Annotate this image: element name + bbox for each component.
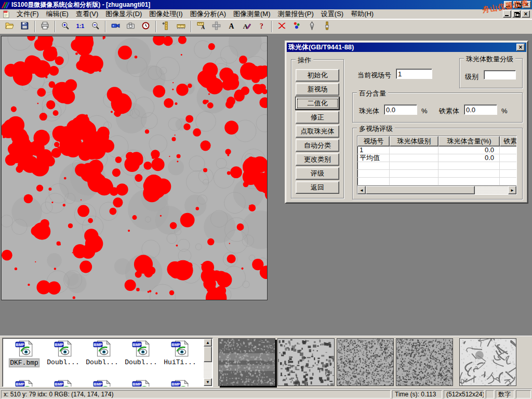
file-item[interactable]: BMPHuiTi... <box>161 340 200 366</box>
table-column-header[interactable]: 珠光体含量(%) <box>438 136 500 147</box>
menu-item[interactable]: 图像显示(D) <box>102 8 145 20</box>
dialog-button-返回[interactable]: 返回 <box>296 181 339 194</box>
table-cell <box>390 170 438 177</box>
table-cell <box>357 178 390 185</box>
dialog-title-bar[interactable]: 珠光体(GB/T9441-88) <box>287 43 526 52</box>
micrograph-thumbnail[interactable] <box>337 338 394 386</box>
scroll-right-icon[interactable]: ► <box>508 186 516 194</box>
toolbar-grid-button[interactable] <box>209 20 223 33</box>
dialog-button-评级[interactable]: 评级 <box>296 167 339 180</box>
file-name[interactable]: HuiTi... <box>163 358 196 366</box>
ferrite-percent-input[interactable] <box>464 104 497 115</box>
file-item[interactable]: BMP <box>122 380 161 387</box>
toolbar-phase-particles-button[interactable] <box>290 20 304 33</box>
table-horizontal-scrollbar[interactable]: ◄► <box>357 185 516 194</box>
toolbar-clock-button[interactable] <box>139 20 153 33</box>
file-item[interactable]: BMP <box>44 380 83 387</box>
restore-icon[interactable] <box>513 1 522 8</box>
file-name[interactable]: Doubl... <box>46 358 79 366</box>
dialog-button-二值化[interactable]: 二值化 <box>296 97 339 110</box>
table-column-header[interactable]: 珠光体级别 <box>390 136 438 147</box>
minimize-icon[interactable] <box>504 1 512 8</box>
table-column-header[interactable]: 视场号 <box>357 136 390 147</box>
scrollbar-thumb[interactable] <box>204 347 212 362</box>
file-item[interactable]: BMPDoubl... <box>83 340 122 366</box>
scroll-left-icon[interactable]: ◄ <box>357 186 366 194</box>
toolbar-zoom-in-button[interactable] <box>58 20 72 33</box>
toolbar-ruler-button[interactable] <box>174 20 188 33</box>
dialog-close-icon[interactable] <box>516 44 525 51</box>
menu-item[interactable]: 查看(V) <box>72 8 102 20</box>
table-row[interactable] <box>357 162 517 170</box>
micrograph-thumbnail[interactable] <box>459 338 516 386</box>
child-minimize-icon[interactable] <box>503 10 511 18</box>
menu-item[interactable]: 图像处理(I) <box>145 8 186 20</box>
micrograph-thumbnail[interactable] <box>396 338 453 386</box>
dialog-button-初始化[interactable]: 初始化 <box>296 69 339 82</box>
table-row[interactable] <box>357 178 517 185</box>
micrograph-thumbnail[interactable] <box>218 338 275 386</box>
toolbar-brush-button[interactable] <box>320 20 334 33</box>
table-row[interactable] <box>357 170 517 178</box>
dialog-button-修正[interactable]: 修正 <box>296 111 339 124</box>
toolbar-annotate-button[interactable]: A <box>240 20 254 33</box>
file-list-scrollbar[interactable]: ▲▼ <box>204 339 212 386</box>
scroll-up-icon[interactable]: ▲ <box>204 339 212 347</box>
scrollbar-thumb[interactable] <box>366 186 475 194</box>
grade-group-label: 珠光体数量分级 <box>464 55 515 64</box>
toolbar-camera-button[interactable] <box>124 20 138 33</box>
toolbar-print-button[interactable] <box>38 20 52 33</box>
file-item[interactable]: BMPDKF.bmp <box>5 340 44 367</box>
close-icon[interactable] <box>523 1 531 8</box>
file-item[interactable]: BMP <box>5 380 44 387</box>
menu-item[interactable]: 测量报告(P) <box>274 8 317 20</box>
table-cell: 1 <box>357 147 390 154</box>
menu-item[interactable]: 文件(F) <box>13 8 43 20</box>
dialog-button-更改类别[interactable]: 更改类别 <box>296 153 339 166</box>
menu-item[interactable]: 图像分析(A) <box>187 8 230 20</box>
file-name[interactable]: Doubl... <box>85 358 118 366</box>
child-restore-icon[interactable] <box>512 10 521 18</box>
toolbar-open-button[interactable] <box>3 20 17 33</box>
toolbar-caliper-button[interactable] <box>159 20 173 33</box>
dialog-button-点取珠光体[interactable]: 点取珠光体 <box>296 125 339 138</box>
table-cell: 0.0 <box>438 147 500 154</box>
file-name[interactable]: DKF.bmp <box>9 358 39 367</box>
menu-item[interactable]: 图像测量(M) <box>230 8 274 20</box>
svg-text:BMP: BMP <box>171 342 180 347</box>
toolbar-curve-tool-button[interactable] <box>275 20 289 33</box>
scroll-down-icon[interactable]: ▼ <box>204 378 212 386</box>
time-status: Time (s): 0.113 <box>392 390 442 398</box>
child-close-icon[interactable] <box>522 10 530 18</box>
menu-item[interactable]: 帮助(H) <box>347 8 377 20</box>
dialog-button-新视场[interactable]: 新视场 <box>296 83 339 96</box>
toolbar-zoom-out-button[interactable] <box>88 20 102 33</box>
file-name[interactable]: Doubl... <box>124 358 157 366</box>
grade-input[interactable] <box>484 70 516 79</box>
toolbar: 1:1AAA? <box>0 19 532 34</box>
scrollbar-track[interactable] <box>475 186 508 194</box>
file-item[interactable]: BMP <box>83 380 122 387</box>
toolbar-help-button[interactable]: ? <box>255 20 269 33</box>
toolbar-text-label-button[interactable]: A <box>224 20 238 33</box>
micrograph-thumbnail[interactable] <box>277 338 335 386</box>
toolbar-pen-button[interactable] <box>305 20 319 33</box>
table-row[interactable]: 平均值0.0 <box>357 154 517 162</box>
micrograph-image[interactable] <box>1 36 268 300</box>
toolbar-save-button[interactable] <box>18 20 32 33</box>
dialog-button-自动分类[interactable]: 自动分类 <box>296 139 339 152</box>
table-row[interactable]: 10.0 <box>357 147 517 154</box>
table-column-header[interactable]: 铁素体含量(%) <box>500 136 517 147</box>
menu-item[interactable]: 设置(S) <box>317 8 347 20</box>
toolbar-video-camera-button[interactable] <box>109 20 123 33</box>
toolbar-actual-size-button[interactable]: 1:1 <box>73 20 87 33</box>
file-list[interactable]: BMPDKF.bmpBMPDoubl...BMPDoubl...BMPDoubl… <box>2 338 213 387</box>
phase-particles-icon <box>292 21 301 32</box>
current-field-input[interactable] <box>396 69 432 79</box>
pearlite-percent-input[interactable] <box>384 104 417 115</box>
file-item[interactable]: BMP <box>161 380 200 387</box>
file-item[interactable]: BMPDoubl... <box>44 340 83 366</box>
toolbar-measure-scale-button[interactable]: A <box>194 20 208 33</box>
menu-item[interactable]: 编辑(E) <box>43 8 72 20</box>
file-item[interactable]: BMPDoubl... <box>122 340 161 366</box>
